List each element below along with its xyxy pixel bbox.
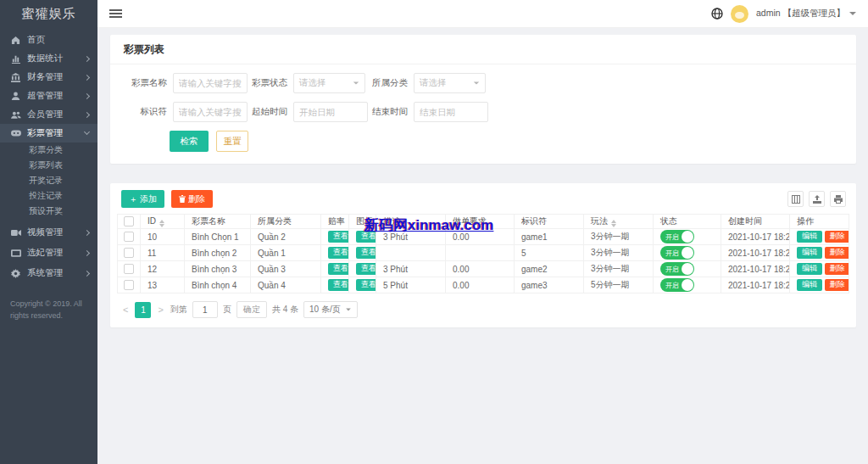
- print-icon[interactable]: [830, 191, 846, 207]
- category-select[interactable]: 请选择: [414, 73, 486, 93]
- edit-button[interactable]: 编辑: [797, 279, 822, 291]
- row-delete-button[interactable]: 删除: [825, 247, 849, 259]
- col-id[interactable]: ID: [141, 215, 185, 229]
- sidebar-subitem-lottery-list[interactable]: 彩票列表: [0, 158, 97, 173]
- table-row: 11 Bình chọn 2 Quần 1 查看 查看 5 3分钟一期 开启 2…: [118, 245, 849, 261]
- row-delete-button[interactable]: 删除: [825, 263, 849, 275]
- col-play[interactable]: 玩法: [584, 215, 654, 229]
- goto-confirm-button[interactable]: 确定: [236, 301, 267, 318]
- per-page-select[interactable]: 10 条/页: [303, 301, 358, 318]
- view-odds-button[interactable]: 查看: [328, 263, 349, 275]
- main-content: 彩票列表 彩票名称 彩票状态 请选择 所属分类 请选择: [97, 28, 868, 464]
- row-delete-button[interactable]: 删除: [825, 279, 849, 291]
- edit-button[interactable]: 编辑: [797, 231, 822, 243]
- cell-identifier: 5: [515, 245, 584, 261]
- cell-created: 2021-10-17 18:22: [721, 277, 790, 293]
- sort-icon[interactable]: [159, 220, 164, 227]
- user-menu[interactable]: admin 【超级管理员】: [756, 8, 856, 20]
- sidebar-subitem-draw-records[interactable]: 开奖记录: [0, 173, 97, 188]
- chevron-right-icon: [84, 111, 90, 117]
- chevron-down-icon: [346, 309, 351, 311]
- goto-page-input[interactable]: [192, 301, 218, 318]
- add-button[interactable]: ＋添加: [121, 190, 164, 208]
- status-toggle[interactable]: 开启: [660, 230, 694, 243]
- status-label: 开启: [660, 265, 679, 274]
- gear-icon: [10, 269, 21, 278]
- identifier-input[interactable]: [173, 102, 248, 122]
- sidebar-subitem-preset-draw[interactable]: 预设开奖: [0, 204, 97, 219]
- finance-icon: [10, 73, 21, 82]
- status-toggle[interactable]: 开启: [660, 246, 694, 260]
- row-delete-button[interactable]: 删除: [825, 231, 849, 243]
- category-label: 所属分类: [365, 77, 408, 89]
- view-icon-button[interactable]: 查看: [356, 263, 376, 275]
- toggle-knob: [682, 231, 693, 243]
- cell-requirement: 0.00: [446, 261, 515, 277]
- row-checkbox[interactable]: [124, 264, 134, 274]
- filter-columns-icon[interactable]: [787, 191, 804, 207]
- avatar[interactable]: [731, 5, 748, 23]
- select-value: 请选择: [420, 77, 447, 89]
- sidebar-item-members[interactable]: 会员管理: [0, 105, 97, 124]
- start-date-input[interactable]: [293, 102, 368, 122]
- cell-created: 2021-10-17 18:20: [721, 229, 790, 245]
- app-logo: 蜜獾娱乐: [0, 0, 97, 28]
- sidebar-item-stats[interactable]: 数据统计: [0, 49, 97, 68]
- col-identifier: 标识符: [515, 215, 584, 229]
- sidebar-item-label: 数据统计: [27, 53, 85, 64]
- view-icon-button[interactable]: 查看: [356, 247, 376, 259]
- page-title: 彩票列表: [110, 35, 856, 64]
- hamburger-menu-icon[interactable]: [109, 8, 122, 20]
- view-odds-button[interactable]: 查看: [328, 231, 349, 243]
- sidebar-item-lottery[interactable]: 彩票管理: [0, 124, 97, 143]
- chevron-down-icon: [84, 129, 90, 135]
- sidebar-item-system[interactable]: 系统管理: [0, 264, 97, 282]
- sidebar-subitem-bet-records[interactable]: 投注记录: [0, 188, 97, 204]
- table-row: 12 Bình chọn 3 Quần 3 查看 查看 3 Phút 0.00 …: [118, 261, 849, 277]
- start-time-label: 起始时间: [245, 106, 287, 118]
- sidebar-item-video[interactable]: 视频管理: [0, 223, 97, 242]
- col-name: 彩票名称: [185, 215, 251, 229]
- export-icon[interactable]: [809, 191, 825, 207]
- col-created: 创建时间: [721, 215, 790, 229]
- sidebar-item-home[interactable]: 首页: [0, 31, 97, 49]
- current-page[interactable]: 1: [135, 302, 151, 318]
- delete-button[interactable]: 删除: [171, 190, 213, 208]
- select-all-checkbox[interactable]: [124, 216, 134, 226]
- cell-name: Bình chọn 2: [185, 245, 251, 261]
- sort-icon[interactable]: [611, 220, 616, 227]
- sidebar-subitem-lottery-category[interactable]: 彩票分类: [0, 143, 97, 158]
- delete-button-label: 删除: [188, 193, 205, 205]
- status-toggle[interactable]: 开启: [660, 262, 694, 276]
- status-toggle[interactable]: 开启: [660, 278, 694, 292]
- lottery-submenu: 彩票分类 彩票列表 开奖记录 投注记录 预设开奖: [0, 143, 97, 219]
- sidebar-item-finance[interactable]: 财务管理: [0, 68, 97, 87]
- end-date-input[interactable]: [414, 102, 488, 122]
- add-button-label: 添加: [140, 193, 157, 205]
- lottery-name-input[interactable]: [173, 73, 248, 93]
- prev-page-button[interactable]: <: [121, 305, 130, 315]
- globe-icon[interactable]: [711, 8, 723, 20]
- lottery-name-label: 彩票名称: [125, 77, 167, 89]
- status-label: 开启: [660, 281, 679, 290]
- view-odds-button[interactable]: 查看: [328, 279, 349, 291]
- lottery-status-select[interactable]: 请选择: [293, 73, 365, 93]
- row-checkbox[interactable]: [124, 280, 134, 290]
- next-page-button[interactable]: >: [156, 305, 164, 315]
- user-label: admin 【超级管理员】: [756, 8, 845, 20]
- search-button[interactable]: 检索: [170, 131, 209, 152]
- film-icon: [10, 249, 21, 258]
- reset-button[interactable]: 重置: [216, 131, 248, 152]
- row-checkbox[interactable]: [124, 248, 134, 258]
- sidebar-item-superadmin[interactable]: 超管管理: [0, 87, 97, 105]
- edit-button[interactable]: 编辑: [797, 263, 822, 275]
- sidebar-item-selection[interactable]: 选妃管理: [0, 243, 97, 262]
- view-odds-button[interactable]: 查看: [328, 247, 349, 259]
- edit-button[interactable]: 编辑: [797, 247, 822, 259]
- table-row: 13 Bình chọn 4 Quần 4 查看 查看 5 Phút 0.00 …: [118, 277, 849, 293]
- chart-icon: [10, 54, 21, 64]
- view-icon-button[interactable]: 查看: [356, 279, 376, 291]
- row-checkbox[interactable]: [124, 232, 134, 242]
- sidebar-item-label: 超管管理: [27, 90, 85, 102]
- col-category: 所属分类: [251, 215, 321, 229]
